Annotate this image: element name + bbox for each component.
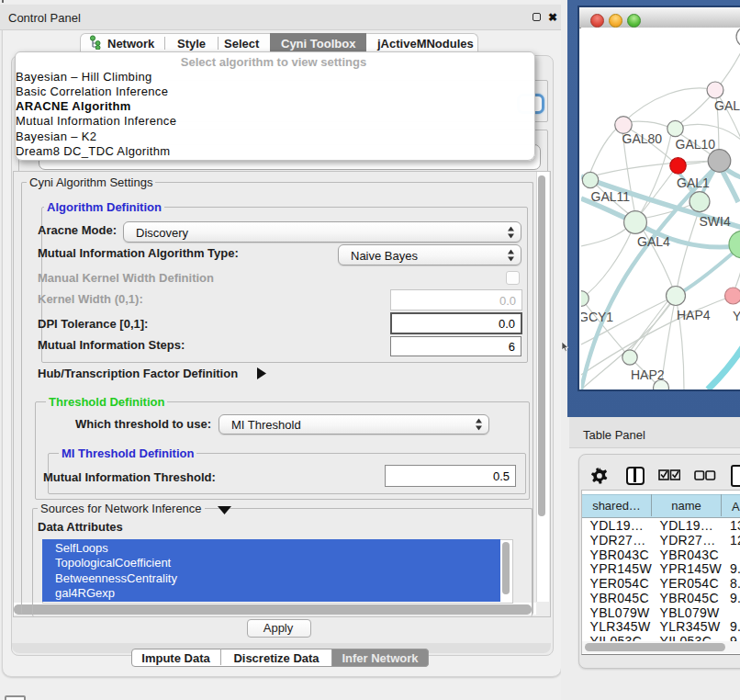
svg-text:GAL1: GAL1	[677, 175, 710, 190]
svg-text:YM: YM	[733, 309, 740, 323]
svg-text:HAP4: HAP4	[677, 308, 711, 322]
svg-text:GAL4: GAL4	[637, 234, 670, 249]
svg-text:HAP2: HAP2	[631, 367, 665, 382]
svg-text:GCY1: GCY1	[581, 310, 613, 324]
svg-text:GAL11: GAL11	[591, 189, 631, 204]
svg-text:SWI4: SWI4	[700, 214, 731, 229]
svg-text:GAL2: GAL2	[714, 98, 740, 113]
svg-text:GAL10: GAL10	[676, 137, 716, 152]
svg-text:GAL80: GAL80	[622, 131, 663, 146]
